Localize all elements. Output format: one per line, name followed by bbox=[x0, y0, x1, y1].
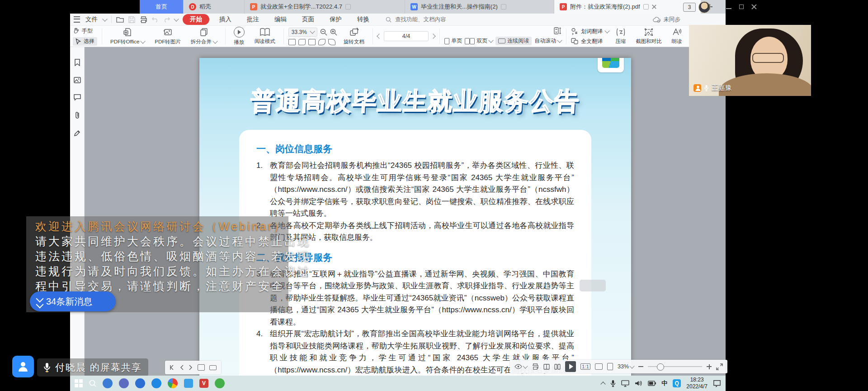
fullscreen-icon[interactable] bbox=[716, 363, 723, 370]
read-aloud-button[interactable]: 朗读 bbox=[668, 28, 686, 45]
zoom-slider[interactable] bbox=[648, 366, 702, 367]
fit-actual-icon[interactable] bbox=[288, 39, 296, 45]
tab-home[interactable]: 首页 bbox=[140, 0, 184, 14]
notification-center-icon[interactable] bbox=[713, 380, 721, 387]
tab-ppt-doc[interactable]: P 就业政策+全日制学...T2022.4.7 bbox=[245, 0, 405, 14]
taskbar-app-photos[interactable] bbox=[184, 379, 193, 388]
print-icon[interactable] bbox=[140, 16, 147, 23]
tray-display-icon[interactable] bbox=[621, 380, 629, 387]
zoom-out-button[interactable] bbox=[638, 366, 643, 367]
full-translate-button[interactable]: 全文翻译 bbox=[571, 38, 609, 45]
search-input[interactable] bbox=[394, 16, 464, 23]
tray-mic-icon[interactable] bbox=[610, 380, 616, 387]
maximize-button[interactable] bbox=[739, 4, 744, 10]
pin-icon[interactable] bbox=[643, 4, 649, 10]
hamburger-icon[interactable] bbox=[74, 16, 80, 23]
first-page-icon[interactable] bbox=[170, 365, 175, 370]
presentation-play-button[interactable] bbox=[565, 361, 576, 372]
save-icon[interactable] bbox=[128, 16, 135, 23]
read-mode-button[interactable]: 阅读模式 bbox=[251, 28, 279, 45]
single-column-icon[interactable] bbox=[543, 364, 550, 370]
tab-word-doc[interactable]: W 毕业生注册和关...操作指南(2) bbox=[405, 0, 554, 14]
compress-button[interactable]: 压缩 bbox=[612, 28, 629, 45]
thumbnail-image-icon[interactable] bbox=[74, 77, 81, 83]
zoom-in-icon[interactable] bbox=[330, 29, 337, 36]
zoom-out-icon[interactable] bbox=[320, 29, 327, 36]
screenshot-compare-button[interactable]: 截图和对比 bbox=[632, 28, 665, 45]
rotate-left-icon[interactable] bbox=[318, 39, 326, 45]
signature-pen-icon[interactable] bbox=[74, 130, 80, 137]
sharer-avatar[interactable] bbox=[12, 356, 34, 377]
taskbar-app-4[interactable] bbox=[151, 378, 161, 388]
double-column-icon[interactable] bbox=[554, 364, 561, 370]
close-window-button[interactable] bbox=[751, 4, 757, 10]
word-translate-button[interactable]: 划词翻译 bbox=[571, 28, 609, 35]
pin-icon[interactable] bbox=[345, 4, 351, 10]
menu-edit[interactable]: 编辑 bbox=[269, 14, 292, 24]
menu-start-active[interactable]: 开始 bbox=[183, 14, 209, 25]
fit-page-icon[interactable] bbox=[308, 39, 316, 45]
page-layout-icon[interactable] bbox=[209, 365, 217, 370]
menu-protect[interactable]: 保护 bbox=[324, 14, 347, 24]
undo-icon[interactable] bbox=[152, 17, 159, 23]
sync-status[interactable]: 未同步 bbox=[653, 16, 722, 24]
taskbar-app-wechat[interactable] bbox=[215, 378, 225, 388]
menu-insert[interactable]: 插入 bbox=[214, 14, 237, 24]
menu-comment[interactable]: 批注 bbox=[241, 14, 264, 24]
zoom-slider-knob[interactable] bbox=[657, 363, 664, 371]
actual-size-button[interactable]: 1:1 bbox=[580, 363, 590, 370]
rotate-doc-button[interactable]: 旋转文档 bbox=[340, 27, 368, 45]
minimize-button[interactable] bbox=[726, 4, 731, 10]
next-page-icon[interactable] bbox=[431, 33, 436, 38]
eye-protect-button[interactable] bbox=[514, 364, 527, 369]
account-avatar[interactable] bbox=[698, 1, 710, 13]
taskbar-app-2[interactable] bbox=[119, 378, 129, 388]
prev-page-icon[interactable] bbox=[179, 365, 184, 370]
continuous-read-button-active[interactable]: 连续阅读 bbox=[495, 37, 532, 45]
page-indicator-input[interactable]: 4/4 bbox=[384, 31, 429, 41]
scroll-doc-icon[interactable] bbox=[553, 27, 561, 34]
tray-volume-icon[interactable] bbox=[635, 380, 642, 386]
document-count-badge[interactable]: 3 bbox=[683, 3, 696, 12]
fit-width-icon[interactable] bbox=[298, 39, 306, 45]
webcam-tile[interactable]: 王嘉豫 bbox=[689, 25, 811, 96]
zoom-value-select[interactable]: 33.3% bbox=[288, 28, 317, 37]
floating-tool-faded[interactable] bbox=[580, 280, 606, 291]
comment-icon[interactable] bbox=[74, 94, 81, 100]
bookmark-icon[interactable] bbox=[74, 59, 80, 66]
close-tab-icon[interactable] bbox=[652, 5, 656, 9]
tray-ime-indicator[interactable]: 中 bbox=[661, 379, 667, 387]
zoom-in-button[interactable] bbox=[707, 364, 712, 369]
more-history-icon[interactable] bbox=[174, 16, 179, 21]
tray-q-app-icon[interactable]: Q bbox=[673, 379, 681, 387]
page-grid-icon[interactable] bbox=[198, 364, 205, 371]
prev-page-icon[interactable] bbox=[377, 33, 382, 38]
select-tool-active[interactable]: 选择 bbox=[73, 37, 97, 46]
pdf-to-image-button[interactable]: PDF转图片 bbox=[151, 27, 184, 45]
taskbar-app-meeting[interactable] bbox=[103, 378, 113, 388]
print-icon[interactable] bbox=[532, 363, 539, 370]
start-button-icon[interactable] bbox=[75, 379, 83, 387]
attachment-icon[interactable] bbox=[75, 111, 80, 119]
split-merge-button[interactable]: 拆分合并 bbox=[187, 27, 221, 45]
hand-tool[interactable]: 手型 bbox=[73, 27, 97, 35]
single-page-button[interactable]: 单页 bbox=[444, 37, 462, 45]
tab-docer[interactable]: D 稻壳 bbox=[184, 0, 245, 14]
chevron-down-icon[interactable] bbox=[102, 16, 107, 21]
double-page-button[interactable]: 双页 bbox=[465, 37, 493, 45]
next-page-icon[interactable] bbox=[189, 365, 193, 370]
fit-page-button[interactable] bbox=[607, 363, 613, 370]
taskbar-app-v[interactable]: V bbox=[199, 379, 208, 388]
tray-expand-icon[interactable] bbox=[601, 381, 606, 386]
open-folder-icon[interactable] bbox=[116, 16, 124, 23]
fit-width-button[interactable] bbox=[595, 363, 603, 370]
new-messages-button[interactable]: 34条新消息 bbox=[30, 291, 116, 311]
play-button[interactable]: 播放 bbox=[230, 27, 248, 46]
menu-file[interactable]: 文件 bbox=[85, 14, 99, 24]
command-search[interactable] bbox=[386, 16, 464, 23]
pin-icon[interactable] bbox=[501, 4, 506, 10]
zoom-level-select[interactable]: 33% bbox=[618, 363, 634, 370]
pdf-to-office-button[interactable]: PDF转Office bbox=[107, 27, 148, 45]
rotate-right-icon[interactable] bbox=[328, 39, 335, 45]
tray-battery-icon[interactable] bbox=[648, 381, 656, 386]
